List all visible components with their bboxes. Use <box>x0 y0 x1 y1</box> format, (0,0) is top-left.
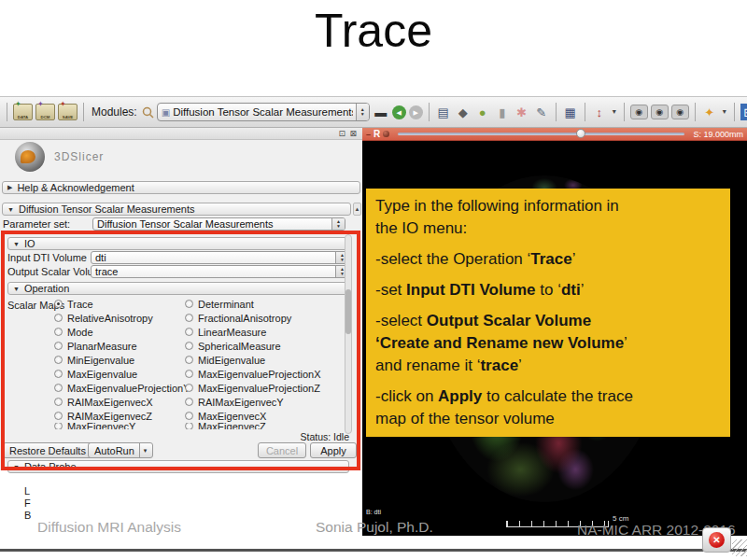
radio-option-Determinant[interactable]: Determinant <box>185 299 345 310</box>
toolbar-nav-group: ▬◀▶ <box>373 103 432 121</box>
radio-option-RAIMaxEigenvecZ[interactable]: RAIMaxEigenvecZ <box>54 411 185 422</box>
modules-dropdown-stepper[interactable] <box>356 104 369 120</box>
radio-option-RAIMaxEigenvecX[interactable]: RAIMaxEigenvecX <box>54 397 185 408</box>
radio-circle-icon[interactable] <box>54 370 63 378</box>
radio-circle-icon[interactable] <box>54 314 63 322</box>
scroll-up-button[interactable]: ▲ <box>353 203 361 216</box>
history-forward-icon[interactable]: ▶ <box>409 105 423 119</box>
magic-sparkle-icon[interactable]: ✦ <box>701 104 718 120</box>
radio-option-MaxEigenvecZ[interactable]: MaxEigenvecZ <box>185 423 345 429</box>
resize-grip[interactable] <box>732 539 747 556</box>
cancel-button[interactable]: Cancel <box>258 442 306 458</box>
radio-circle-icon[interactable] <box>54 328 63 336</box>
radio-option-MinEigenvalue[interactable]: MinEigenvalue <box>54 355 185 366</box>
slice-menu-dot-icon[interactable] <box>383 131 389 137</box>
radio-circle-icon[interactable] <box>54 300 63 308</box>
radio-circle-icon[interactable] <box>185 384 193 392</box>
toolbar-separator <box>695 103 696 121</box>
parameter-set-dropdown[interactable]: Diffusion Tensor Scalar Measurements <box>92 217 345 231</box>
screenshot-camera-icon[interactable]: ◉ <box>630 105 648 119</box>
radio-circle-icon[interactable] <box>185 370 193 378</box>
radio-circle-icon[interactable] <box>54 342 63 350</box>
radio-option-MaxEigenvecY[interactable]: MaxEigenvecY <box>54 423 185 429</box>
radio-circle-icon[interactable] <box>185 342 193 350</box>
radio-circle-icon[interactable] <box>185 300 193 308</box>
radio-circle-icon[interactable] <box>54 412 63 420</box>
radio-circle-icon[interactable] <box>185 314 193 322</box>
output-scalar-volume-dropdown[interactable]: trace <box>91 265 349 278</box>
radio-option-label: RelativeAnisotropy <box>67 313 153 324</box>
viewer-minimize-icon[interactable]: – <box>366 130 371 139</box>
radio-option-SphericalMeasure[interactable]: SphericalMeasure <box>185 341 345 352</box>
markups-cube-icon[interactable]: ◆ <box>455 104 472 120</box>
crosshair-icon[interactable]: ↕ <box>591 104 608 120</box>
radio-circle-icon[interactable] <box>185 356 193 364</box>
radio-option-PlanarMeasure[interactable]: PlanarMeasure <box>54 341 185 352</box>
radio-circle-icon[interactable] <box>54 423 63 429</box>
scene-view-camera-icon[interactable]: ◉ <box>651 105 669 119</box>
radio-circle-icon[interactable] <box>185 412 193 420</box>
section-io[interactable]: ▼ IO <box>7 237 349 250</box>
history-back-icon[interactable]: ◀ <box>392 105 406 119</box>
layout-icon[interactable]: ▤ <box>435 104 452 120</box>
radio-circle-icon[interactable] <box>185 328 193 336</box>
radio-option-RAIMaxEigenvecY[interactable]: RAIMaxEigenvecY <box>185 397 345 408</box>
section-operation[interactable]: ▼ Operation <box>7 282 349 295</box>
scalar-map-row: RAIMaxEigenvecXRAIMaxEigenvecY <box>54 395 345 409</box>
radio-option-RelativeAnisotropy[interactable]: RelativeAnisotropy <box>54 313 185 324</box>
radio-option-MaxEigenvalueProjectionX[interactable]: MaxEigenvalueProjectionX <box>185 369 345 380</box>
modules-dropdown[interactable]: ▣ Diffusion Tensor Scalar Measurements <box>157 103 370 121</box>
radio-option-MaxEigenvalueProjectionY[interactable]: MaxEigenvalueProjectionY <box>54 383 185 394</box>
save-icon[interactable]: ✦SAVE <box>58 104 78 120</box>
slice-slider[interactable] <box>398 133 684 135</box>
slice-orientation-label: R <box>374 129 380 139</box>
radio-option-MidEigenvalue[interactable]: MidEigenvalue <box>185 355 345 366</box>
radio-option-MaxEigenvecX[interactable]: MaxEigenvecX <box>185 411 345 422</box>
toolbar-tools-group: ▤◆●▮✱✎▦↕▾◉◉◉✦▾⊞ <box>435 103 747 121</box>
radio-option-MaxEigenvalue[interactable]: MaxEigenvalue <box>54 369 185 380</box>
extension-manager-icon[interactable]: ⊞ <box>740 104 747 120</box>
load-dicom-icon[interactable]: ✦DCM <box>35 104 55 120</box>
sparkle-dropdown-arrow[interactable]: ▾ <box>721 104 728 120</box>
segmentation-blob-icon[interactable]: ● <box>474 104 491 120</box>
parameter-set-value: Diffusion Tensor Scalar Measurements <box>97 218 274 230</box>
autorun-dropdown-arrow[interactable]: ▾ <box>139 443 148 457</box>
section-data-probe[interactable]: ▼ Data Probe <box>7 460 349 473</box>
parameter-set-stepper[interactable] <box>331 218 345 230</box>
radio-option-MaxEigenvalueProjectionZ[interactable]: MaxEigenvalueProjectionZ <box>185 383 345 394</box>
radio-option-LinearMeasure[interactable]: LinearMeasure <box>185 327 345 338</box>
autorun-button[interactable]: AutoRun ▾ <box>88 442 153 458</box>
module-search-icon[interactable] <box>142 104 154 120</box>
radio-option-FractionalAnisotropy[interactable]: FractionalAnisotropy <box>185 313 345 324</box>
radio-option-Trace[interactable]: Trace <box>54 299 185 310</box>
annotation-pen-icon[interactable]: ✎ <box>533 104 550 120</box>
scalar-map-row: TraceDeterminant <box>54 297 345 311</box>
radio-circle-icon[interactable] <box>185 423 193 429</box>
load-data-icon[interactable]: ✦DATA <box>13 104 33 120</box>
radio-circle-icon[interactable] <box>54 398 63 406</box>
undo-menu-icon[interactable]: ▬ <box>373 104 389 120</box>
close-button[interactable]: ✕ <box>702 527 731 553</box>
apply-button[interactable]: Apply <box>310 442 357 458</box>
slice-slider-handle[interactable] <box>576 129 585 138</box>
input-dti-volume-dropdown[interactable]: dti <box>91 251 349 264</box>
crosshair-dropdown-arrow[interactable]: ▾ <box>611 104 618 120</box>
restore-defaults-button[interactable]: Restore Defaults <box>3 442 92 458</box>
radio-option-label: RAIMaxEigenvecX <box>67 397 153 408</box>
radio-circle-icon[interactable] <box>54 356 63 364</box>
section-help[interactable]: ▶ Help & Acknowledgement <box>2 181 360 194</box>
pin-panel-icon[interactable]: ⊡ <box>338 129 345 139</box>
section-module[interactable]: ▼ Diffusion Tensor Scalar Measurements <box>2 203 351 216</box>
scrollbar-thumb[interactable] <box>345 289 351 334</box>
extension-table-icon[interactable]: ▦ <box>562 104 579 120</box>
scene-view-edit-camera-icon[interactable]: ◉ <box>671 105 689 119</box>
panel-scrollbar[interactable] <box>345 234 352 434</box>
radio-option-Mode[interactable]: Mode <box>54 327 185 338</box>
cancel-label: Cancel <box>266 445 298 456</box>
ruler-tag-icon[interactable]: ▮ <box>494 104 511 120</box>
close-panel-icon[interactable]: ⊠ <box>349 129 357 139</box>
radio-circle-icon[interactable] <box>185 398 193 406</box>
annotation-text-segment: to ‘ <box>536 281 561 299</box>
radio-circle-icon[interactable] <box>54 384 63 392</box>
fiducials-icon[interactable]: ✱ <box>514 104 530 120</box>
